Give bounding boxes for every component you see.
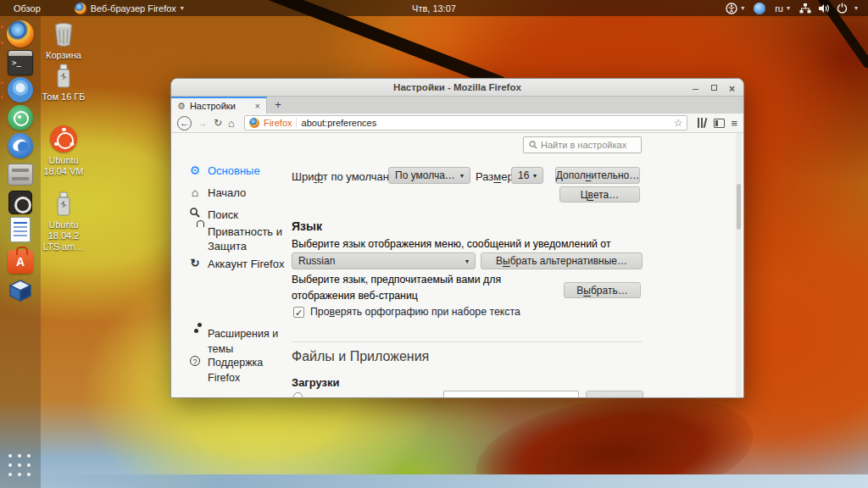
gear-icon: ⚙ bbox=[188, 164, 202, 177]
search-placeholder: Найти в настройках bbox=[541, 140, 626, 150]
desktop-icon-ubuntu-vm[interactable]: Ubuntu 18.04 VM bbox=[40, 125, 87, 177]
desktop-icon-label: Ubuntu 18.04 VM bbox=[40, 155, 87, 177]
sidebar-item-support[interactable]: ? Поддержка Firefox bbox=[188, 355, 292, 385]
chevron-down-icon: ▾ bbox=[854, 4, 858, 12]
chevron-down-icon: ▾ bbox=[787, 4, 790, 12]
desktop-icon-ubuntu-iso[interactable]: Ubuntu 18.04.2 LTS am… bbox=[40, 191, 87, 252]
app-menu[interactable]: Веб-браузер Firefox ▾ bbox=[75, 3, 184, 14]
reload-button[interactable]: ↻ bbox=[214, 117, 222, 129]
chevron-down-icon: ▾ bbox=[465, 258, 469, 265]
dock-libreoffice-writer-icon[interactable] bbox=[7, 216, 34, 243]
ubuntu-dock bbox=[0, 16, 41, 488]
sidebar-item-firefox-account[interactable]: ↻ Аккаунт Firefox bbox=[188, 257, 292, 271]
downloads-heading: Загрузки bbox=[292, 376, 340, 389]
browse-button[interactable] bbox=[586, 391, 643, 398]
url-bar[interactable]: Firefox about:preferences ☆ bbox=[244, 115, 687, 130]
power-icon bbox=[837, 3, 848, 14]
spellcheck-row: ✓ Проверять орфографию при наборе текста bbox=[293, 306, 520, 318]
chevron-down-icon: ▾ bbox=[741, 4, 744, 12]
accessibility-menu[interactable]: ▾ bbox=[726, 3, 744, 14]
sidebar-item-search[interactable]: Поиск bbox=[188, 208, 292, 222]
desktop-icon-label: Корзина bbox=[40, 50, 87, 61]
tab-settings[interactable]: ⚙ Настройки × bbox=[171, 97, 267, 114]
urlbar-badge: Firefox bbox=[264, 118, 292, 128]
sync-icon: ↻ bbox=[188, 257, 202, 269]
scrollbar-thumb[interactable] bbox=[737, 184, 741, 230]
dock-thunderbird-icon[interactable] bbox=[7, 132, 34, 159]
set-alternatives-button[interactable]: Выбрать альтернативные… bbox=[481, 252, 643, 269]
navigation-toolbar: ← → ↻ ⌂ Firefox about:preferences ☆ ≡ bbox=[171, 114, 743, 133]
default-font-select[interactable]: По умолча… ▾ bbox=[388, 167, 470, 184]
firefox-icon bbox=[75, 3, 86, 14]
dock-ubuntu-software-icon[interactable] bbox=[7, 248, 34, 275]
keyboard-layout-menu[interactable]: ru ▾ bbox=[775, 3, 790, 14]
firefox-window: Настройки - Mozilla Firefox ⚙ Настройки … bbox=[170, 78, 744, 398]
desktop-icon-label: Ubuntu 18.04.2 LTS am… bbox=[40, 219, 87, 252]
choose-language-button[interactable]: Выбрать… bbox=[564, 282, 641, 298]
tab-title: Настройки bbox=[190, 101, 251, 111]
usb-drive-icon bbox=[56, 64, 71, 89]
menu-hamburger-icon[interactable]: ≡ bbox=[731, 118, 737, 129]
scrollbar[interactable] bbox=[736, 133, 742, 397]
chevron-down-icon: ▾ bbox=[460, 172, 464, 180]
volume-icon bbox=[818, 3, 830, 14]
dock-firefox-icon[interactable] bbox=[7, 20, 34, 47]
new-tab-button[interactable]: + bbox=[267, 97, 289, 114]
tab-bar: ⚙ Настройки × + bbox=[171, 97, 743, 114]
maximize-button[interactable] bbox=[710, 84, 718, 92]
save-files-radio[interactable] bbox=[293, 392, 303, 398]
activities-button[interactable]: Обзор bbox=[0, 3, 54, 14]
language-heading: Язык bbox=[292, 219, 322, 233]
dock-files-icon[interactable] bbox=[7, 161, 34, 188]
dock-chromium-icon[interactable] bbox=[7, 76, 34, 103]
spellcheck-checkbox[interactable]: ✓ bbox=[293, 307, 304, 318]
language-select[interactable]: Russian ▾ bbox=[292, 252, 476, 269]
colors-button[interactable]: Цвета… bbox=[559, 186, 640, 202]
home-button[interactable]: ⌂ bbox=[228, 117, 235, 130]
desktop-icon-trash[interactable]: Корзина bbox=[40, 22, 87, 61]
running-indicator bbox=[1, 81, 3, 84]
sidebar-item-home[interactable]: ⌂ Начало bbox=[188, 186, 292, 200]
back-button[interactable]: ← bbox=[177, 116, 192, 130]
dock-media-player-icon[interactable] bbox=[7, 189, 34, 216]
settings-search-input[interactable]: Найти в настройках bbox=[523, 136, 642, 153]
divider bbox=[296, 118, 297, 128]
tray-app-icon[interactable] bbox=[754, 3, 765, 14]
running-indicator bbox=[1, 42, 3, 44]
close-button[interactable] bbox=[729, 84, 737, 92]
dock-terminal-icon[interactable] bbox=[7, 49, 34, 76]
sidebar-item-general[interactable]: ⚙ Основные bbox=[188, 164, 292, 178]
chevron-down-icon: ▾ bbox=[533, 172, 537, 180]
window-titlebar[interactable]: Настройки - Mozilla Firefox bbox=[171, 79, 743, 97]
trash-icon bbox=[52, 22, 75, 47]
library-icon[interactable] bbox=[697, 118, 708, 128]
download-path-input[interactable] bbox=[443, 391, 579, 398]
sidebar-item-privacy[interactable]: Приватность и Защита bbox=[188, 225, 292, 253]
fonts-advanced-button[interactable]: Дополнительно… bbox=[555, 167, 640, 184]
chevron-down-icon: ▾ bbox=[181, 4, 184, 12]
sidebar-item-label: Основные bbox=[208, 164, 292, 178]
bookmark-star-icon[interactable]: ☆ bbox=[674, 117, 683, 129]
font-size-select[interactable]: 16 ▾ bbox=[511, 167, 543, 184]
sidebar-item-label: Расширения и темы bbox=[208, 326, 292, 357]
help-icon: ? bbox=[188, 355, 202, 367]
sidebar-toggle-icon[interactable] bbox=[714, 119, 725, 128]
sidebar-item-label: Приватность и Защита bbox=[208, 225, 292, 253]
sidebar-item-extensions[interactable]: Расширения и темы bbox=[188, 326, 292, 357]
dock-virtualbox-icon[interactable] bbox=[7, 278, 34, 305]
system-status-menu[interactable]: ▾ bbox=[799, 3, 858, 14]
forward-button[interactable]: → bbox=[198, 117, 208, 129]
select-value: Russian bbox=[298, 255, 335, 267]
font-size-label: Размер bbox=[476, 170, 514, 183]
home-icon: ⌂ bbox=[188, 186, 202, 199]
dock-green-app-icon[interactable] bbox=[7, 104, 34, 131]
tab-close-icon[interactable]: × bbox=[255, 101, 260, 111]
sidebar-item-label: Поиск bbox=[208, 208, 292, 222]
gnome-top-bar: Обзор Веб-браузер Firefox ▾ Чтв, 13:07 ▾… bbox=[0, 0, 868, 16]
minimize-button[interactable] bbox=[692, 84, 699, 92]
desktop-icon-volume[interactable]: Том 16 ГБ bbox=[40, 64, 87, 103]
search-icon bbox=[188, 208, 202, 220]
show-applications-button[interactable] bbox=[8, 454, 32, 478]
firefox-icon bbox=[249, 118, 259, 128]
sidebar-item-label: Поддержка Firefox bbox=[208, 355, 292, 385]
